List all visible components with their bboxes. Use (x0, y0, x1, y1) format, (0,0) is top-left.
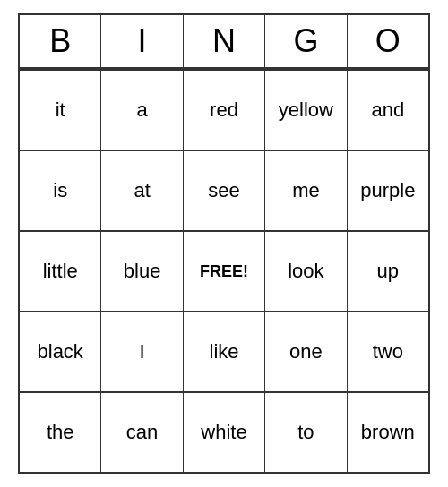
cell-2-3: see (184, 151, 265, 230)
cell-3-1: little (20, 232, 101, 311)
cell-2-5: purple (348, 151, 428, 230)
cell-5-5: brown (348, 393, 428, 472)
cell-4-5: two (348, 312, 428, 391)
cell-3-2: blue (101, 232, 183, 311)
cell-4-3: like (184, 312, 265, 391)
cell-3-5: up (348, 232, 428, 311)
cell-5-4: to (265, 393, 347, 472)
cell-5-2: can (101, 393, 183, 472)
cell-1-5: and (348, 71, 428, 150)
header-o: O (348, 15, 428, 69)
header-row: B I N G O (20, 15, 428, 71)
header-n: N (184, 15, 265, 69)
cell-4-1: black (20, 312, 101, 391)
header-b: B (20, 15, 101, 69)
row-2: is at see me purple (20, 151, 428, 232)
cell-1-1: it (20, 71, 101, 150)
cell-3-3-free: FREE! (184, 232, 265, 311)
cell-3-4: look (265, 232, 347, 311)
cell-5-1: the (20, 393, 101, 472)
cell-2-4: me (265, 151, 347, 230)
cell-4-2: I (101, 312, 183, 391)
cell-1-4: yellow (265, 71, 347, 150)
header-g: G (265, 15, 347, 69)
cell-1-3: red (184, 71, 265, 150)
cell-1-2: a (101, 71, 183, 150)
header-i: I (101, 15, 183, 69)
row-3: little blue FREE! look up (20, 232, 428, 312)
cell-2-1: is (20, 151, 101, 230)
row-1: it a red yellow and (20, 71, 428, 151)
cell-5-3: white (184, 393, 265, 472)
row-5: the can white to brown (20, 393, 428, 472)
bingo-card: B I N G O it a red yellow and is at see … (18, 13, 430, 474)
cell-2-2: at (101, 151, 183, 230)
cell-4-4: one (265, 312, 347, 391)
row-4: black I like one two (20, 312, 428, 393)
